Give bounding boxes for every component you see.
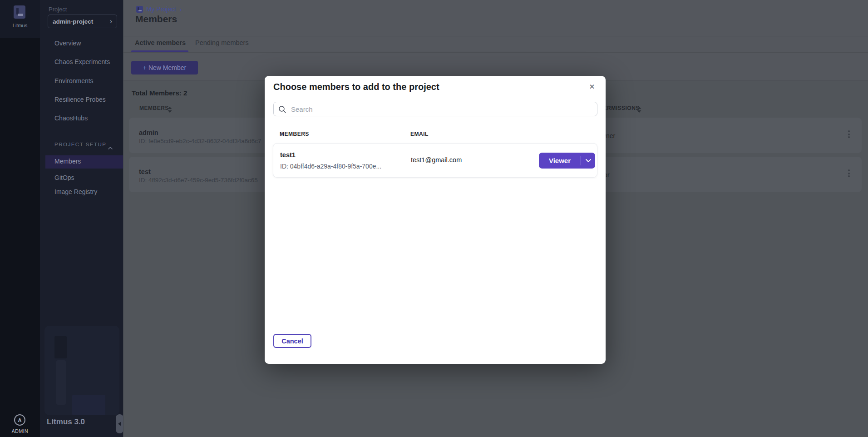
modal-column-header-members: MEMBERS [280, 131, 309, 137]
modal-member-row-test1: test1 ID: 04bff4d6-a29a-4f80-9f5a-700e..… [273, 143, 597, 178]
app-root: Litmus A ADMIN Project admin-project › O… [0, 0, 868, 437]
modal-title: Choose members to add to the project [273, 82, 439, 92]
search-input[interactable] [274, 102, 597, 116]
role-select-label: Viewer [539, 157, 581, 164]
member-email: test1@gmail.com [411, 156, 462, 164]
close-icon[interactable]: ✕ [586, 80, 598, 93]
modal-column-header-email: EMAIL [410, 131, 429, 137]
chevron-down-icon[interactable] [581, 153, 595, 169]
search-field [273, 102, 597, 116]
role-select-button[interactable]: Viewer [539, 153, 595, 169]
cancel-button[interactable]: Cancel [273, 334, 311, 348]
add-members-modal: Choose members to add to the project ✕ M… [265, 76, 606, 364]
member-id: ID: 04bff4d6-a29a-4f80-9f5a-700e... [280, 163, 381, 170]
member-name: test1 [280, 151, 296, 159]
